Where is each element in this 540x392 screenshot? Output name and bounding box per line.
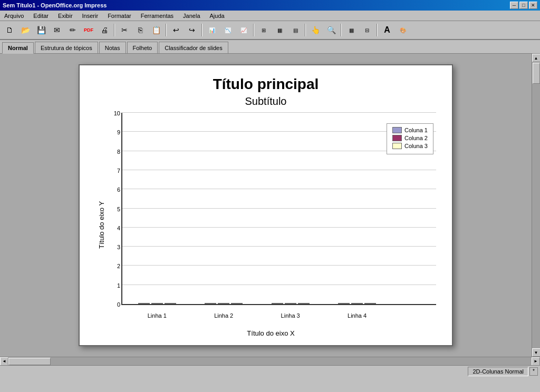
- grid-line-5: [122, 208, 436, 209]
- chart-btn3[interactable]: 📈: [236, 23, 251, 37]
- scroll-thumb-v[interactable]: [533, 63, 540, 84]
- x-label-1: Linha 2: [214, 312, 233, 319]
- bar-0-2: [165, 303, 176, 304]
- paste-button[interactable]: 📋: [149, 23, 163, 37]
- legend-label-2: Coluna 3: [404, 143, 428, 149]
- scroll-up-button[interactable]: ▲: [532, 54, 541, 62]
- tab-folheto[interactable]: Folheto: [127, 42, 158, 53]
- vertical-scrollbar[interactable]: ▲ ▼: [532, 54, 540, 357]
- title-bar: Sem Título1 - OpenOffice.org Impress ─ □…: [0, 0, 540, 11]
- menu-item-exibir[interactable]: Exibir: [56, 12, 75, 19]
- y-tick-4: 4: [108, 225, 120, 231]
- bar-1-2: [231, 303, 243, 304]
- col-btn[interactable]: ▦: [272, 23, 287, 37]
- tab-notas[interactable]: Notas: [99, 42, 126, 53]
- legend-item-0: Coluna 1: [392, 127, 428, 133]
- separator-6: [341, 24, 342, 36]
- legend-color-1: [392, 135, 402, 141]
- chart-btn2[interactable]: 📉: [220, 23, 235, 37]
- x-label-2: Linha 3: [281, 312, 300, 319]
- zoom-icon[interactable]: *: [529, 367, 538, 376]
- slide-canvas: Título principal Subtítulo Título do eix…: [0, 54, 532, 357]
- x-label-3: Linha 4: [348, 312, 367, 319]
- maximize-button[interactable]: □: [519, 2, 528, 9]
- y-tick-5: 5: [108, 206, 120, 212]
- separator-3: [201, 24, 202, 36]
- legend-item-1: Coluna 2: [392, 135, 428, 141]
- grid-btn[interactable]: ⊞: [256, 23, 271, 37]
- y-tick-9: 9: [108, 129, 120, 135]
- bar-group-1: Linha 2: [205, 303, 243, 304]
- text-btn[interactable]: A: [380, 23, 394, 37]
- grid-line-6: [122, 189, 436, 189]
- bar-1-0: [205, 303, 216, 304]
- menu-item-editar[interactable]: Editar: [31, 12, 51, 19]
- scroll-track-v[interactable]: [532, 62, 540, 348]
- y-tick-2: 2: [108, 263, 120, 269]
- undo-button[interactable]: ↩: [169, 23, 184, 37]
- slide[interactable]: Título principal Subtítulo Título do eix…: [79, 64, 453, 346]
- tab-topicos[interactable]: Estrutura de tópicos: [35, 42, 98, 53]
- bar-group-3: Linha 4: [338, 303, 376, 304]
- x-axis-label: Título do eixo X: [105, 329, 436, 337]
- y-tick-0: 0: [108, 301, 120, 308]
- chart-btn1[interactable]: 📊: [205, 23, 219, 37]
- zoom-btn[interactable]: 🔍: [324, 23, 339, 37]
- close-button[interactable]: ✕: [529, 2, 537, 9]
- tab-classificador[interactable]: Classificador de slides: [159, 42, 228, 53]
- scroll-left-button[interactable]: ◄: [0, 357, 8, 366]
- print-button[interactable]: 🖨: [97, 23, 112, 37]
- y-tick-3: 3: [108, 244, 120, 250]
- color-btn[interactable]: 🎨: [396, 23, 410, 37]
- bar-group-2: Linha 3: [272, 303, 310, 304]
- legend-color-2: [392, 143, 402, 149]
- y-tick-6: 6: [108, 187, 120, 193]
- slide-subtitle: Subtítulo: [245, 95, 287, 107]
- bar-3-1: [351, 303, 363, 304]
- scroll-track-h[interactable]: [8, 357, 532, 366]
- separator-5: [305, 24, 306, 36]
- email-button[interactable]: ✉: [50, 23, 64, 37]
- open-button[interactable]: 📂: [18, 23, 33, 37]
- menu-item-inserir[interactable]: Inserir: [80, 12, 101, 19]
- pdf-button[interactable]: PDF: [81, 23, 96, 37]
- grid-line-2: [122, 265, 436, 266]
- scroll-thumb-h[interactable]: [8, 358, 51, 365]
- minimize-button[interactable]: ─: [510, 2, 518, 9]
- separator-7: [377, 24, 378, 36]
- chart-area: Título do eixo Y 012345678910Linha 1Linh…: [95, 113, 436, 337]
- window-controls: ─ □ ✕: [510, 2, 537, 9]
- legend-color-0: [392, 127, 402, 133]
- bar-2-0: [272, 303, 283, 304]
- y-tick-7: 7: [108, 168, 120, 174]
- row-btn[interactable]: ▤: [288, 23, 303, 37]
- new-button[interactable]: 🗋: [2, 23, 17, 37]
- menu-item-formatar[interactable]: Formatar: [105, 12, 133, 19]
- redo-button[interactable]: ↪: [185, 23, 199, 37]
- scroll-right-button[interactable]: ►: [532, 357, 540, 366]
- bar-3-2: [364, 303, 376, 304]
- y-tick-8: 8: [108, 149, 120, 155]
- menu-item-arquivo[interactable]: Arquivo: [2, 12, 26, 19]
- legend-item-2: Coluna 3: [392, 143, 428, 149]
- table-btn[interactable]: ▦: [344, 23, 359, 37]
- copy-button[interactable]: ⎘: [133, 23, 148, 37]
- cell-btn[interactable]: ⊟: [360, 23, 374, 37]
- pointer-btn[interactable]: 👆: [308, 23, 323, 37]
- grid-line-10: [122, 112, 436, 113]
- save-button[interactable]: 💾: [34, 23, 49, 37]
- horizontal-scrollbar-container: ◄ ►: [0, 357, 540, 365]
- bar-2-2: [298, 303, 310, 304]
- scroll-down-button[interactable]: ▼: [532, 348, 541, 357]
- separator-2: [166, 24, 167, 36]
- menu-item-ferramentas[interactable]: Ferramentas: [139, 12, 176, 19]
- y-tick-10: 10: [108, 110, 120, 116]
- toolbar: 🗋 📂 💾 ✉ ✏ PDF 🖨 ✂ ⎘ 📋 ↩ ↪ 📊 📉 📈 ⊞ ▦ ▤ 👆 …: [0, 21, 540, 40]
- cut-button[interactable]: ✂: [117, 23, 132, 37]
- status-bar: 2D-Colunas Normal *: [0, 365, 540, 377]
- menu-item-ajuda[interactable]: Ajuda: [208, 12, 227, 19]
- tab-normal[interactable]: Normal: [2, 42, 34, 54]
- edit-button[interactable]: ✏: [65, 23, 80, 37]
- grid-line-7: [122, 170, 436, 170]
- menu-item-janela[interactable]: Janela: [181, 12, 202, 19]
